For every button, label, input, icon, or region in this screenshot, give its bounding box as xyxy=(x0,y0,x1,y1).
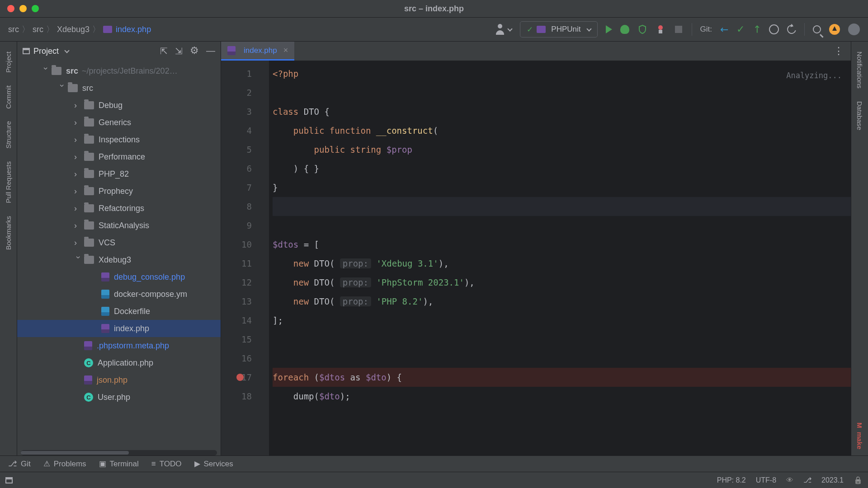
tree-folder[interactable]: ›VCS xyxy=(17,234,221,251)
horizontal-scrollbar[interactable] xyxy=(21,450,217,455)
git-branch-status[interactable] xyxy=(803,476,811,484)
code-with-me-button[interactable] xyxy=(495,24,512,35)
titlebar: src – index.php xyxy=(0,0,868,17)
git-label: Git: xyxy=(700,25,712,34)
stop-button[interactable] xyxy=(674,24,684,34)
expand-all-button[interactable]: ⇲ xyxy=(175,46,183,56)
encoding-status[interactable]: UTF-8 xyxy=(756,476,776,484)
svg-rect-2 xyxy=(675,26,682,33)
tree-folder[interactable]: ›Inspections xyxy=(17,131,221,148)
git-tool-button[interactable]: Git xyxy=(8,459,31,469)
breadcrumb-file[interactable]: index.php xyxy=(116,25,151,34)
tab-actions-button[interactable]: ⋮ xyxy=(826,42,851,61)
navbar: src〉 src〉 Xdebug3〉 index.php ✓ PHPUnit G… xyxy=(0,17,868,42)
breadcrumb-part[interactable]: src xyxy=(8,25,19,34)
profile-button[interactable] xyxy=(656,24,665,34)
status-bar: PHP: 8.2 UTF-8 2023.1 xyxy=(0,472,868,488)
debug-button[interactable] xyxy=(620,25,629,34)
left-tool-rail: Project Commit Structure Pull Requests B… xyxy=(0,42,17,455)
git-rollback-button[interactable] xyxy=(785,23,797,35)
maximize-window-button[interactable] xyxy=(32,5,39,12)
search-everywhere-button[interactable] xyxy=(813,25,821,33)
tree-file[interactable]: debug_console.php xyxy=(17,268,221,286)
minimize-window-button[interactable] xyxy=(19,5,27,12)
ide-version-status: 2023.1 xyxy=(821,476,844,484)
git-push-button[interactable]: ↗ xyxy=(750,22,764,36)
play-icon: ▶ xyxy=(194,459,200,469)
tree-folder[interactable]: ›Refactorings xyxy=(17,200,221,217)
fold-gutter[interactable] xyxy=(261,61,269,455)
tree-file[interactable]: User.php xyxy=(17,389,221,406)
project-tool-button[interactable]: Project xyxy=(3,45,14,79)
commit-tool-button[interactable]: Commit xyxy=(3,79,14,115)
phpunit-icon xyxy=(537,26,546,33)
structure-tool-button[interactable]: Structure xyxy=(3,115,14,155)
git-pull-button[interactable]: ↙ xyxy=(717,22,731,36)
inspection-status-icon[interactable] xyxy=(786,476,793,484)
git-commit-button[interactable]: ✓ xyxy=(736,23,745,35)
select-opened-file-button[interactable]: ⇱ xyxy=(160,46,168,56)
tree-file[interactable]: json.php xyxy=(17,371,221,389)
bottom-tool-bar: Git ⚠Problems ▣Terminal ≡TODO ▶Services xyxy=(0,455,868,472)
tree-file[interactable]: Dockerfile xyxy=(17,303,221,320)
window-title: src – index.php xyxy=(404,4,464,14)
services-tool-button[interactable]: ▶Services xyxy=(194,459,233,469)
notifications-tool-button[interactable]: Notifications xyxy=(854,45,865,95)
coverage-button[interactable] xyxy=(637,24,647,34)
warning-icon: ⚠ xyxy=(43,459,50,469)
project-panel-title[interactable]: Project xyxy=(23,47,69,56)
breadcrumb-part[interactable]: Xdebug3 xyxy=(57,25,90,34)
run-configuration-dropdown[interactable]: ✓ PHPUnit xyxy=(520,21,597,38)
editor-tab-active[interactable]: index.php × xyxy=(221,42,294,61)
breadcrumb-part[interactable]: src xyxy=(33,25,43,34)
analyzing-status: Analyzing... xyxy=(786,66,842,85)
svg-point-0 xyxy=(658,25,663,30)
tree-folder[interactable]: ›Prophecy xyxy=(17,183,221,200)
run-config-label: PHPUnit xyxy=(551,25,580,34)
tree-file-selected[interactable]: index.php xyxy=(17,320,221,337)
svg-rect-1 xyxy=(659,30,662,33)
account-avatar[interactable] xyxy=(848,23,860,35)
folder-icon xyxy=(52,67,61,75)
settings-icon[interactable] xyxy=(190,46,199,55)
database-tool-button[interactable]: Database xyxy=(854,95,865,136)
php-file-icon xyxy=(103,26,112,33)
close-tab-button[interactable]: × xyxy=(283,46,288,55)
breakpoint-icon: 17 xyxy=(221,368,252,387)
separator xyxy=(692,23,692,36)
code-content[interactable]: Analyzing... <?php class DTO { public fu… xyxy=(269,61,851,455)
tree-folder[interactable]: ›StaticAnalysis xyxy=(17,217,221,234)
tree-folder[interactable]: ›Performance xyxy=(17,148,221,165)
php-version-status[interactable]: PHP: 8.2 xyxy=(717,476,746,484)
git-history-button[interactable] xyxy=(769,24,779,34)
ide-update-button[interactable] xyxy=(829,24,840,35)
project-tree[interactable]: › src ~/projects/JetBrains/202… ›src ›De… xyxy=(17,61,221,450)
tree-file[interactable]: .phpstorm.meta.php xyxy=(17,337,221,354)
bookmarks-tool-button[interactable]: Bookmarks xyxy=(3,210,14,256)
tree-file[interactable]: docker-compose.ym xyxy=(17,286,221,303)
tree-folder[interactable]: ›Generics xyxy=(17,114,221,131)
run-button[interactable] xyxy=(606,25,612,33)
make-tool-button[interactable]: Mmake xyxy=(854,416,865,455)
breadcrumb[interactable]: src〉 src〉 Xdebug3〉 index.php xyxy=(8,24,151,35)
php-file-icon xyxy=(227,46,236,55)
tree-folder[interactable]: ›Debug xyxy=(17,97,221,114)
line-number-gutter[interactable]: 123 456 789 101112 131415 161718 xyxy=(221,61,261,455)
close-window-button[interactable] xyxy=(7,5,14,12)
hide-button[interactable]: — xyxy=(206,46,215,56)
list-icon: ≡ xyxy=(151,460,156,469)
chevron-down-icon xyxy=(586,26,591,31)
lock-icon[interactable] xyxy=(854,476,863,484)
pull-requests-tool-button[interactable]: Pull Requests xyxy=(3,155,14,210)
todo-tool-button[interactable]: ≡TODO xyxy=(151,460,182,469)
tree-file[interactable]: Application.php xyxy=(17,354,221,371)
project-panel: Project ⇱ ⇲ — › src ~/projects/JetBrains… xyxy=(17,42,221,455)
tree-folder[interactable]: ›PHP_82 xyxy=(17,165,221,183)
tree-folder[interactable]: ›src xyxy=(17,80,221,97)
code-editor[interactable]: 123 456 789 101112 131415 161718 Analyzi… xyxy=(221,61,851,455)
tree-root[interactable]: › src ~/projects/JetBrains/202… xyxy=(17,62,221,80)
terminal-tool-button[interactable]: ▣Terminal xyxy=(99,459,139,469)
problems-tool-button[interactable]: ⚠Problems xyxy=(43,459,86,469)
tool-windows-toggle[interactable] xyxy=(5,477,13,483)
tree-folder[interactable]: ›Xdebug3 xyxy=(17,251,221,268)
